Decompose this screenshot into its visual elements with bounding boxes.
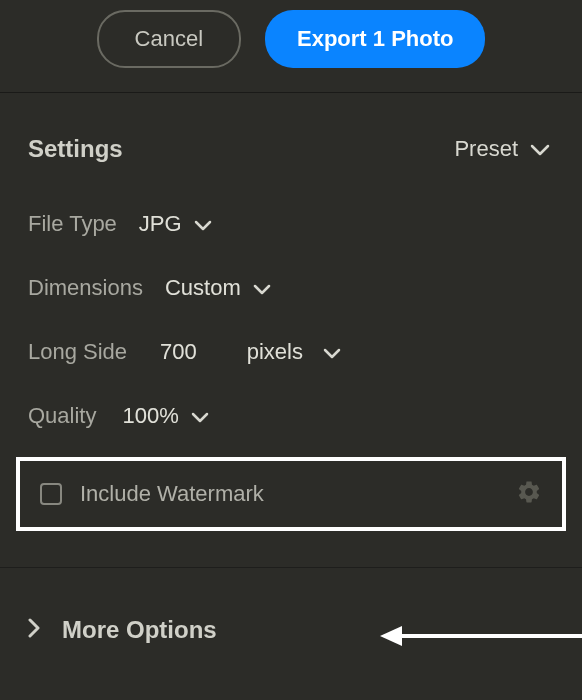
- dimensions-label: Dimensions: [28, 275, 143, 301]
- preset-label: Preset: [454, 136, 518, 162]
- cancel-button[interactable]: Cancel: [97, 10, 241, 68]
- chevron-down-icon: [530, 136, 550, 162]
- chevron-down-icon: [191, 403, 209, 429]
- chevron-down-icon: [194, 211, 212, 237]
- dimensions-dropdown[interactable]: Custom: [165, 275, 271, 301]
- watermark-label: Include Watermark: [80, 481, 516, 507]
- units-value: pixels: [247, 339, 303, 365]
- chevron-down-icon: [253, 275, 271, 301]
- dimensions-value: Custom: [165, 275, 241, 301]
- settings-header: Settings Preset: [0, 93, 582, 183]
- preset-dropdown[interactable]: Preset: [454, 136, 550, 162]
- settings-body: File Type JPG Dimensions Custom Long Sid…: [0, 183, 582, 531]
- file-type-value: JPG: [139, 211, 182, 237]
- quality-row: Quality 100%: [28, 403, 554, 429]
- chevron-down-icon: [323, 339, 341, 365]
- quality-label: Quality: [28, 403, 96, 429]
- long-side-label: Long Side: [28, 339, 138, 365]
- arrow-line: [402, 634, 582, 638]
- file-type-dropdown[interactable]: JPG: [139, 211, 212, 237]
- quality-value: 100%: [122, 403, 178, 429]
- watermark-settings-button[interactable]: [516, 479, 542, 509]
- watermark-highlight-box: Include Watermark: [16, 457, 566, 531]
- long-side-input[interactable]: 700: [160, 339, 197, 365]
- units-dropdown[interactable]: pixels: [247, 339, 341, 365]
- more-options-toggle[interactable]: More Options: [28, 616, 217, 644]
- more-options-label: More Options: [62, 616, 217, 644]
- export-button[interactable]: Export 1 Photo: [265, 10, 485, 68]
- watermark-checkbox[interactable]: [40, 483, 62, 505]
- top-button-bar: Cancel Export 1 Photo: [0, 0, 582, 92]
- settings-title: Settings: [28, 135, 123, 163]
- chevron-right-icon: [28, 618, 40, 642]
- gear-icon: [516, 479, 542, 509]
- arrow-annotation: [380, 626, 582, 646]
- long-side-row: Long Side 700 pixels: [28, 339, 554, 365]
- arrow-head-icon: [380, 626, 402, 646]
- quality-dropdown[interactable]: 100%: [122, 403, 208, 429]
- file-type-row: File Type JPG: [28, 211, 554, 237]
- more-options-row: More Options: [0, 568, 582, 644]
- file-type-label: File Type: [28, 211, 117, 237]
- dimensions-row: Dimensions Custom: [28, 275, 554, 301]
